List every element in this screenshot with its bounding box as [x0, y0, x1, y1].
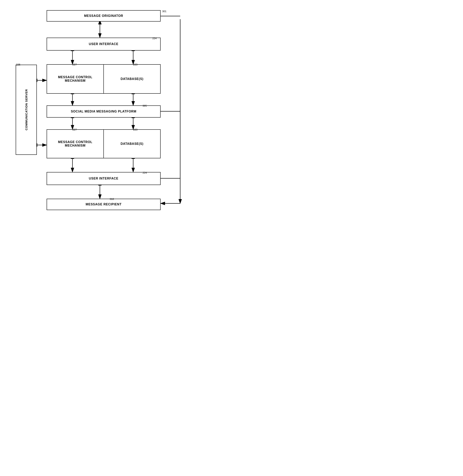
label-223b: 223: [133, 128, 137, 131]
message-recipient-label: MESSAGE RECIPIENT: [86, 203, 121, 206]
communication-server-box: COMMUNICATION SERVER: [16, 65, 37, 155]
message-control-top-half: MESSAGE CONTROLMECHANISM: [47, 65, 103, 93]
user-interface-top-label: USER INTERFACE: [89, 42, 118, 46]
label-227b: 227: [72, 128, 77, 131]
message-originator-label: MESSAGE ORIGINATOR: [84, 14, 123, 18]
diagram: MESSAGE ORIGINATOR 301 USER INTERFACE 22…: [12, 8, 200, 216]
message-control-top-label: MESSAGE CONTROLMECHANISM: [58, 75, 92, 82]
label-225: 225: [16, 63, 20, 66]
label-305: 305: [142, 104, 147, 107]
label-301: 301: [162, 10, 167, 13]
message-control-bottom-label: MESSAGE CONTROLMECHANISM: [58, 140, 92, 147]
mcm-db-top-box: MESSAGE CONTROLMECHANISM DATABASE(S): [47, 64, 160, 94]
label-224b: 224: [142, 171, 147, 174]
label-227a: 227: [72, 63, 77, 66]
social-media-platform-label: SOCIAL MEDIA MESSAGING PLATFORM: [71, 110, 136, 113]
label-310: 310: [110, 198, 114, 201]
message-originator-box: MESSAGE ORIGINATOR: [47, 10, 160, 22]
message-control-bottom-half: MESSAGE CONTROLMECHANISM: [47, 130, 103, 158]
database-top-half: DATABASE(S): [104, 65, 160, 93]
user-interface-top-box: USER INTERFACE: [47, 38, 160, 51]
database-bottom-label: DATABASE(S): [121, 142, 143, 146]
label-224a: 224: [152, 37, 157, 40]
label-223a: 223: [133, 63, 137, 66]
communication-server-label: COMMUNICATION SERVER: [25, 89, 28, 130]
social-media-platform-box: SOCIAL MEDIA MESSAGING PLATFORM: [47, 105, 160, 118]
mcm-db-bottom-box: MESSAGE CONTROLMECHANISM DATABASE(S): [47, 129, 160, 158]
database-bottom-half: DATABASE(S): [104, 130, 160, 158]
user-interface-bottom-label: USER INTERFACE: [89, 177, 118, 180]
message-recipient-box: MESSAGE RECIPIENT: [47, 199, 160, 210]
database-top-label: DATABASE(S): [121, 77, 143, 81]
